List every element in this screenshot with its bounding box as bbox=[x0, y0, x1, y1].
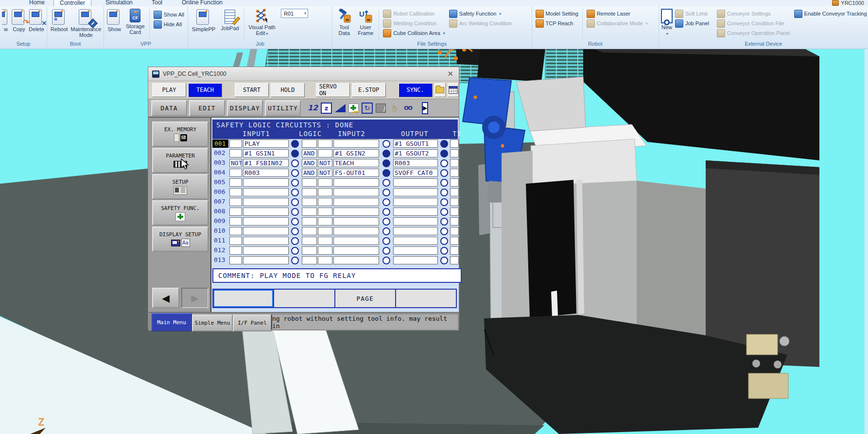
input1-cell[interactable] bbox=[243, 217, 289, 226]
timer-cell[interactable] bbox=[450, 169, 459, 177]
new-button[interactable]: New▾ bbox=[661, 8, 673, 37]
not1-cell[interactable] bbox=[229, 237, 242, 245]
output-cell[interactable] bbox=[393, 237, 438, 245]
row-number[interactable]: 002 bbox=[212, 149, 228, 157]
not2-cell[interactable] bbox=[318, 246, 332, 255]
logic-row[interactable]: 005 bbox=[212, 178, 458, 188]
input2-cell[interactable] bbox=[333, 198, 379, 206]
storage-card-button[interactable]: CF Storage Card bbox=[124, 8, 147, 35]
logic-cell[interactable]: AND bbox=[302, 159, 317, 167]
tab-if-panel[interactable]: I/F Panel bbox=[233, 314, 272, 331]
play-button[interactable]: PLAY bbox=[152, 83, 186, 97]
sidebar-item-ex-memory[interactable]: EX. MEMORY SD bbox=[152, 122, 208, 147]
logic-row[interactable]: 009 bbox=[212, 217, 458, 226]
output-cell[interactable] bbox=[393, 246, 438, 255]
input1-cell[interactable] bbox=[243, 227, 289, 235]
not1-cell[interactable] bbox=[229, 139, 242, 148]
input2-cell[interactable]: TEACH bbox=[333, 159, 379, 167]
input2-cell[interactable] bbox=[333, 237, 379, 245]
edit-menu-button[interactable]: EDIT bbox=[189, 100, 225, 116]
output-cell[interactable] bbox=[393, 208, 438, 216]
logic-cell[interactable] bbox=[302, 227, 317, 235]
robot-select-dropdown[interactable]: R01 ▾ bbox=[281, 9, 308, 18]
timer-cell[interactable] bbox=[450, 178, 459, 187]
not1-cell[interactable] bbox=[229, 149, 242, 157]
input1-cell[interactable] bbox=[243, 188, 289, 196]
job-panel-item[interactable]: Job Panel bbox=[674, 18, 711, 28]
step-page-icon[interactable]: z bbox=[320, 102, 332, 114]
output-cell[interactable] bbox=[393, 217, 438, 226]
binoculars-icon[interactable]: OO bbox=[402, 102, 414, 114]
tab-controller[interactable]: Controller bbox=[53, 0, 91, 6]
logic-row[interactable]: 006 bbox=[212, 188, 458, 197]
enable-conveyor-tracking-item[interactable]: Enable Conveyor Tracking bbox=[793, 9, 868, 18]
visual-path-edit-button[interactable]: Visual Path Edit▾ bbox=[247, 8, 277, 37]
input1-cell[interactable] bbox=[243, 246, 289, 255]
estop-button[interactable]: E.STOP bbox=[352, 83, 386, 97]
input1-cell[interactable]: PLAY bbox=[243, 139, 289, 148]
timer-cell[interactable] bbox=[450, 227, 459, 235]
logic-row[interactable]: 001PLAY#1 GSOUT1 bbox=[212, 139, 458, 149]
not1-cell[interactable] bbox=[229, 246, 242, 255]
row-number[interactable]: 011 bbox=[212, 237, 228, 245]
not2-cell[interactable] bbox=[318, 217, 332, 226]
copy-button[interactable]: ↷ Copy bbox=[11, 8, 27, 32]
not1-cell[interactable] bbox=[229, 178, 242, 187]
reboot-button[interactable]: * Reboot bbox=[49, 8, 69, 32]
logic-cell[interactable] bbox=[302, 217, 317, 226]
input2-cell[interactable] bbox=[333, 227, 379, 235]
input2-cell[interactable] bbox=[333, 178, 379, 187]
output-cell[interactable]: R003 bbox=[393, 159, 438, 167]
row-number[interactable]: 003 bbox=[212, 159, 228, 167]
not1-cell[interactable] bbox=[229, 198, 242, 206]
tool-data-button[interactable]: Tool Data bbox=[334, 8, 354, 36]
tab-simple-menu[interactable]: Simple Menu bbox=[192, 314, 233, 331]
not2-cell[interactable]: NOT bbox=[318, 169, 332, 177]
show-all-item[interactable]: Show All bbox=[152, 10, 186, 19]
input2-cell[interactable] bbox=[333, 246, 379, 255]
not2-cell[interactable] bbox=[318, 188, 332, 196]
jobpad-button[interactable]: JobPad bbox=[218, 8, 242, 31]
safety-function-item[interactable]: Safety Function ▾ bbox=[448, 9, 514, 18]
timer-cell[interactable] bbox=[450, 237, 459, 245]
timer-cell[interactable] bbox=[450, 139, 459, 148]
row-number[interactable]: 007 bbox=[212, 198, 228, 206]
fkey-page[interactable]: PAGE bbox=[335, 290, 395, 307]
output-cell[interactable]: #1 GSOUT2 bbox=[393, 149, 438, 157]
back-arrow-button[interactable]: ◀ bbox=[152, 288, 179, 308]
line-number-icon[interactable]: 12 bbox=[307, 102, 319, 114]
logic-row[interactable]: 013 bbox=[212, 256, 458, 265]
display-menu-button[interactable]: DISPLAY bbox=[227, 100, 263, 116]
row-number[interactable]: 001 bbox=[212, 139, 228, 148]
logic-row[interactable]: 012 bbox=[212, 246, 458, 256]
not2-cell[interactable] bbox=[318, 149, 332, 157]
hand-pointer-icon[interactable]: ☞ bbox=[388, 102, 400, 114]
output-cell[interactable]: #1 GSOUT1 bbox=[393, 139, 438, 148]
logic-cell[interactable] bbox=[302, 178, 317, 187]
input2-cell[interactable] bbox=[333, 256, 379, 264]
sync-frame-icon[interactable]: ↻ bbox=[361, 102, 373, 114]
fkey-4[interactable] bbox=[396, 290, 456, 307]
fkey-1[interactable] bbox=[213, 290, 273, 307]
timer-cell[interactable] bbox=[450, 208, 459, 216]
input2-cell[interactable]: FS-OUT01 bbox=[333, 169, 379, 177]
logic-row[interactable]: 010 bbox=[212, 226, 458, 236]
row-number[interactable]: 005 bbox=[212, 178, 228, 187]
hide-all-item[interactable]: Hide All bbox=[152, 19, 186, 29]
utility-menu-button[interactable]: UTILITY bbox=[265, 100, 301, 116]
row-number[interactable]: 012 bbox=[212, 246, 228, 255]
timer-cell[interactable] bbox=[450, 159, 459, 167]
logic-cell[interactable] bbox=[302, 198, 317, 206]
row-number[interactable]: 009 bbox=[212, 217, 228, 226]
input1-cell[interactable] bbox=[243, 178, 289, 187]
logic-cell[interactable] bbox=[302, 237, 317, 245]
logic-cell[interactable] bbox=[302, 246, 317, 255]
row-number[interactable]: 010 bbox=[212, 227, 228, 235]
comment-box[interactable]: COMMENT: PLAY MODE TO FG RELAY bbox=[212, 268, 462, 283]
user-frame-button[interactable]: U User Frame bbox=[355, 8, 376, 36]
not2-cell[interactable] bbox=[318, 139, 332, 148]
tab-tool[interactable]: Tool bbox=[146, 0, 168, 6]
start-button[interactable]: START bbox=[235, 83, 269, 97]
input1-cell[interactable] bbox=[243, 237, 289, 245]
input1-cell[interactable] bbox=[243, 208, 289, 216]
